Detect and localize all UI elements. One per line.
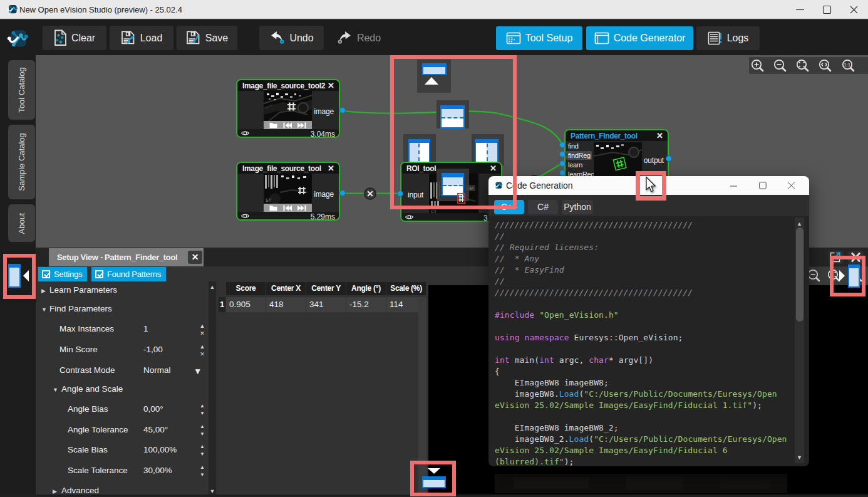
param-row-scale-bias[interactable]: Scale Bias100,00%▲▼ <box>36 445 216 456</box>
titlebar[interactable]: New Open eVision Studio (preview) - 25.0… <box>0 0 868 19</box>
node-header[interactable]: Image_file_source_tool2 ✕ <box>237 80 339 91</box>
maximize-button[interactable] <box>812 0 841 19</box>
table-cell[interactable]: 0.905 <box>226 297 266 312</box>
code-generator-button[interactable]: Code Generator <box>586 26 693 50</box>
spinner-up-down-icon[interactable]: ▲▼ <box>197 443 207 458</box>
dropdown-icon[interactable]: ▼ <box>194 367 202 376</box>
param-value[interactable]: 45,00° <box>143 425 168 434</box>
sidebar-tab-tool-catalog[interactable]: Tool Catalog <box>8 60 35 120</box>
node-close-icon[interactable]: ✕ <box>328 81 334 90</box>
param-row-find-parameters[interactable]: ▼Find Parameters <box>36 304 216 315</box>
code-view[interactable]: ////////////////////////////////////////… <box>488 216 809 466</box>
scroll-up-icon[interactable]: ▲ <box>795 221 804 227</box>
save-button[interactable]: Save <box>177 26 237 50</box>
param-row-angle-and-scale[interactable]: ▼Angle and Scale <box>36 384 216 395</box>
code-tab-c[interactable]: C++ <box>494 200 524 214</box>
dock-indicator-bottom-edge[interactable] <box>422 476 446 488</box>
setup-view-close-icon[interactable]: ✕ <box>188 251 202 264</box>
scroll-down-icon[interactable]: ▼ <box>795 454 804 461</box>
setup-view-tab[interactable]: Setup View - Pattern_Finder_tool ✕ <box>49 248 204 266</box>
dock-indicator-right[interactable] <box>475 139 499 163</box>
tree-expanded-icon[interactable]: ▼ <box>41 306 47 313</box>
node-image-file-source-tool2[interactable]: Image_file_source_tool2 ✕ <box>236 79 340 138</box>
dock-target-top-square[interactable] <box>417 60 451 93</box>
prev-image-icon[interactable] <box>283 122 292 128</box>
port-dot-source2-image[interactable] <box>339 107 346 113</box>
table-cell[interactable]: 341 <box>306 297 346 312</box>
param-row-angle-bias[interactable]: Angle Bias0,00°▲▼ <box>36 404 216 416</box>
sidebar-tab-about[interactable]: About <box>8 204 35 242</box>
eye-icon[interactable] <box>405 214 414 221</box>
table-cell[interactable]: -15.2 <box>346 297 386 312</box>
pattern-input-row-find[interactable]: find <box>566 142 592 150</box>
zoom-in-icon[interactable] <box>750 58 765 73</box>
dock-indicator-top[interactable] <box>422 63 447 75</box>
port-dot-roi-input[interactable] <box>397 191 403 197</box>
node-close-icon[interactable]: ✕ <box>656 131 663 140</box>
param-row-contrast-mode[interactable]: Contrast ModeNormal▼ <box>36 365 216 377</box>
param-row-angle-tolerance[interactable]: Angle Tolerance45,00°▲▼ <box>36 425 216 436</box>
table-header-angle[interactable]: Angle (°) <box>346 282 386 295</box>
node-image-file-source-tool[interactable]: Image_file_source_tool ✕ ST <box>236 162 340 221</box>
port-dot-findreg[interactable] <box>559 151 566 157</box>
close-panel-icon[interactable] <box>848 250 864 264</box>
table-header-scale[interactable]: Scale (%) <box>386 282 426 295</box>
spinner-up-down-icon[interactable]: ▲▼ <box>197 423 207 438</box>
port-dot-learn[interactable] <box>559 160 566 167</box>
param-row-min-score[interactable]: Min Score-1,00▲✕ <box>36 345 216 356</box>
settings-toggle[interactable]: Settings <box>38 267 87 281</box>
code-generation-window[interactable]: Code Generation C++C#Python ////////////… <box>488 176 809 466</box>
redo-button[interactable]: Redo <box>331 26 387 50</box>
param-value[interactable]: 0,00° <box>143 404 163 414</box>
table-header-score[interactable]: Score <box>226 282 266 295</box>
spinner-up-x-icon[interactable]: ▲✕ <box>197 322 207 337</box>
tree-collapsed-icon[interactable]: ▶ <box>41 288 46 294</box>
maximize-icon[interactable] <box>759 181 767 190</box>
param-row-learn-parameters[interactable]: ▶Learn Parameters <box>36 285 216 296</box>
delete-link-button[interactable] <box>364 187 376 200</box>
param-row-max-instances[interactable]: Max Instances1▲✕ <box>36 324 216 335</box>
scroll-thumb[interactable] <box>796 228 803 322</box>
close-icon[interactable] <box>787 181 795 190</box>
param-value[interactable]: 100,00% <box>143 445 177 454</box>
spinner-up-down-icon[interactable]: ▲▼ <box>197 464 207 479</box>
spinner-up-x-icon[interactable]: ▲✕ <box>197 343 207 358</box>
port-dot-find[interactable] <box>559 142 566 148</box>
dock-indicator-left-edge[interactable] <box>8 264 21 288</box>
found-patterns-toggle[interactable]: Found Patterns <box>91 267 166 281</box>
code-tab-python[interactable]: Python <box>562 200 593 214</box>
prev-image-icon[interactable] <box>283 205 292 211</box>
zoom-out-icon[interactable] <box>773 58 788 73</box>
tree-expanded-icon[interactable]: ▼ <box>53 387 58 393</box>
node-header[interactable]: Image_file_source_tool ✕ <box>237 163 339 174</box>
scroll-down-icon[interactable]: ▼ <box>209 488 216 494</box>
eye-icon[interactable] <box>240 130 250 137</box>
port-dot-source1-image[interactable] <box>339 190 346 196</box>
port-dot-output[interactable] <box>666 155 672 162</box>
param-value[interactable]: -1,00 <box>143 345 163 354</box>
close-button[interactable] <box>839 0 868 19</box>
node-close-icon[interactable]: ✕ <box>328 164 334 173</box>
param-row-scale-tolerance[interactable]: Scale Tolerance30,00%▲▼ <box>36 466 216 477</box>
table-header-centerx[interactable]: Center X <box>266 282 306 295</box>
table-cell[interactable]: 418 <box>266 297 306 312</box>
minimize-icon[interactable] <box>730 181 738 190</box>
sidebar-tab-sample-catalog[interactable]: Sample Catalog <box>8 125 35 199</box>
table-scrollbar[interactable] <box>418 297 426 497</box>
tool-setup-button[interactable]: Tool Setup <box>496 26 582 50</box>
dock-target-tophalf-square[interactable] <box>437 100 469 128</box>
port-dot-learnreg[interactable] <box>559 170 566 176</box>
next-image-icon[interactable] <box>297 122 306 128</box>
roi-handle-marker[interactable] <box>457 193 465 204</box>
code-tab-c[interactable]: C# <box>528 200 558 214</box>
table-header-centery[interactable]: Center Y <box>306 282 346 295</box>
open-folder-icon[interactable] <box>269 122 277 128</box>
next-image-icon[interactable] <box>297 205 306 211</box>
dock-target-left-square[interactable] <box>403 134 436 165</box>
logs-button[interactable]: Logs <box>696 26 760 50</box>
scroll-up-icon[interactable]: ▲ <box>209 284 216 290</box>
param-value[interactable]: 30,00% <box>143 466 172 475</box>
dock-indicator-top-half[interactable] <box>440 105 465 128</box>
pattern-input-row-learn[interactable]: learn <box>566 160 592 169</box>
undo-button[interactable]: Undo <box>259 26 324 50</box>
